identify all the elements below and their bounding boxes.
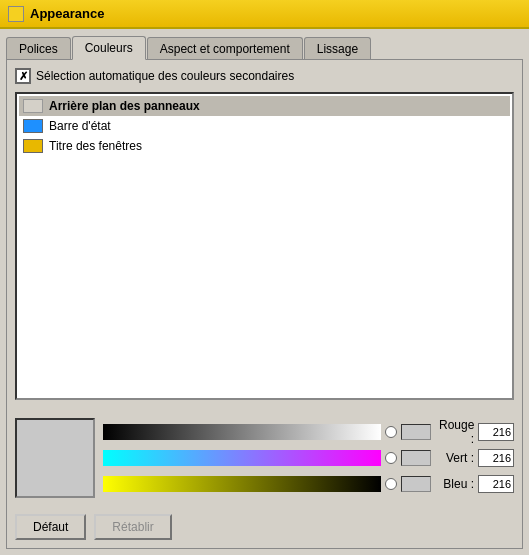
bleu-slider[interactable]	[103, 476, 381, 492]
bleu-row: Bleu : 216	[439, 473, 514, 495]
list-item[interactable]: Arrière plan des panneaux	[19, 96, 510, 116]
vert-end-box	[401, 450, 431, 466]
bleu-value[interactable]: 216	[478, 475, 514, 493]
auto-secondary-colors-label: Sélection automatique des couleurs secon…	[36, 69, 294, 83]
color-swatch-header	[23, 99, 43, 113]
vert-label: Vert :	[439, 451, 474, 465]
list-item[interactable]: Barre d'état	[19, 116, 510, 136]
bleu-slider-row	[103, 473, 431, 495]
window-title: Appearance	[30, 6, 104, 21]
rgb-labels-section: Rouge : 216 Vert : 216 Bleu : 216	[439, 418, 514, 498]
vert-slider-row	[103, 447, 431, 469]
auto-secondary-colors-checkbox[interactable]: ✗	[15, 68, 31, 84]
main-panel: ✗ Sélection automatique des couleurs sec…	[6, 59, 523, 549]
rouge-slider-row	[103, 421, 431, 443]
auto-secondary-colors-row: ✗ Sélection automatique des couleurs sec…	[15, 68, 514, 84]
bleu-radio[interactable]	[385, 478, 397, 490]
color-item-label: Arrière plan des panneaux	[49, 99, 200, 113]
rouge-row: Rouge : 216	[439, 421, 514, 443]
list-item[interactable]: Titre des fenêtres	[19, 136, 510, 156]
vert-value[interactable]: 216	[478, 449, 514, 467]
bottom-controls: Rouge : 216 Vert : 216 Bleu : 216	[15, 408, 514, 508]
tab-lissage[interactable]: Lissage	[304, 37, 371, 60]
footer-buttons: Défaut Rétablir	[15, 514, 514, 540]
vert-row: Vert : 216	[439, 447, 514, 469]
tab-polices[interactable]: Polices	[6, 37, 71, 60]
color-swatch-barre	[23, 119, 43, 133]
color-list-container[interactable]: Arrière plan des panneaux Barre d'état T…	[15, 92, 514, 400]
color-item-label: Barre d'état	[49, 119, 111, 133]
title-bar: Appearance	[0, 0, 529, 29]
color-swatch-titre	[23, 139, 43, 153]
app-icon	[8, 6, 24, 22]
rouge-radio[interactable]	[385, 426, 397, 438]
vert-radio[interactable]	[385, 452, 397, 464]
retablir-button[interactable]: Rétablir	[94, 514, 171, 540]
bleu-end-box	[401, 476, 431, 492]
tab-couleurs[interactable]: Couleurs	[72, 36, 146, 60]
bleu-label: Bleu :	[439, 477, 474, 491]
rouge-end-box	[401, 424, 431, 440]
sliders-section	[103, 418, 431, 498]
color-item-label: Titre des fenêtres	[49, 139, 142, 153]
tab-aspect[interactable]: Aspect et comportement	[147, 37, 303, 60]
color-list: Arrière plan des panneaux Barre d'état T…	[17, 94, 512, 158]
rouge-slider[interactable]	[103, 424, 381, 440]
color-preview-box	[15, 418, 95, 498]
defaut-button[interactable]: Défaut	[15, 514, 86, 540]
vert-slider[interactable]	[103, 450, 381, 466]
rouge-value[interactable]: 216	[478, 423, 514, 441]
rouge-label: Rouge :	[439, 418, 474, 446]
checkmark-icon: ✗	[19, 70, 28, 83]
window-body: Polices Couleurs Aspect et comportement …	[0, 29, 529, 555]
tab-bar: Polices Couleurs Aspect et comportement …	[6, 35, 523, 59]
